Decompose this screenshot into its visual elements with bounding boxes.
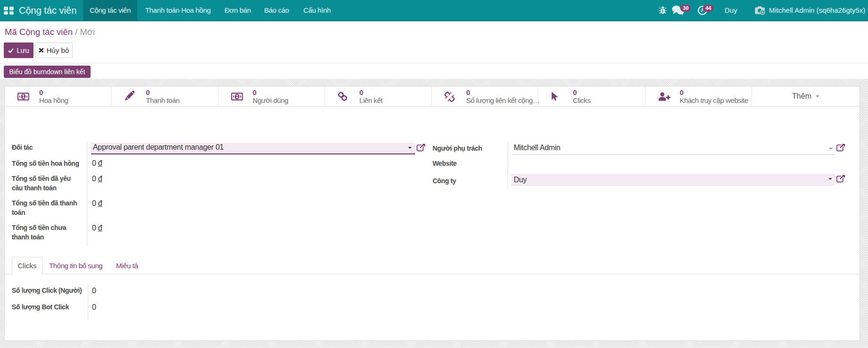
svg-text:1: 1 [22,94,25,99]
svg-text:1: 1 [235,94,238,99]
